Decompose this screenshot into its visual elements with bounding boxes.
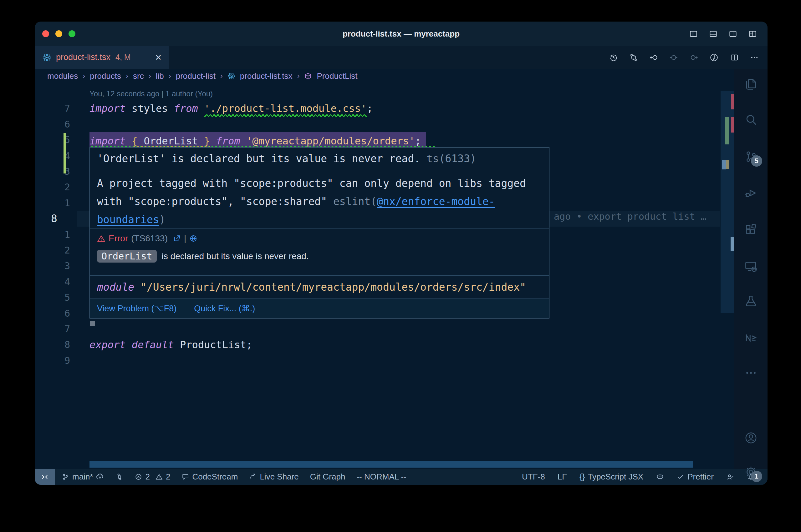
line-number: 1 <box>35 195 70 211</box>
chevron-right-icon: › <box>297 72 299 80</box>
testing-beaker-icon[interactable] <box>744 294 758 308</box>
next-change-icon[interactable] <box>689 53 698 62</box>
run-debug-icon[interactable] <box>744 186 758 200</box>
react-file-icon <box>42 53 52 62</box>
run-query-icon[interactable] <box>709 53 719 62</box>
more-views-icon[interactable] <box>744 366 758 380</box>
gitlens-authors-lens[interactable]: You, 12 seconds ago | 1 author (You) <box>90 87 213 101</box>
extensions-icon[interactable] <box>744 223 758 236</box>
more-actions-icon[interactable] <box>750 53 759 62</box>
line-number: 6 <box>35 117 70 132</box>
source-control-icon[interactable]: 5 <box>744 150 758 164</box>
search-icon[interactable] <box>744 113 758 127</box>
panel-bottom-icon[interactable] <box>709 30 717 38</box>
customize-layout-icon[interactable] <box>748 30 757 38</box>
nx-rule-link[interactable]: boundaries <box>97 213 159 226</box>
chevron-right-icon: › <box>149 72 151 80</box>
remote-indicator[interactable] <box>35 469 55 485</box>
previous-change-icon[interactable] <box>669 53 678 62</box>
breadcrumb-file[interactable]: product-list.tsx <box>240 71 293 81</box>
prettier-status[interactable]: Prettier <box>677 472 714 482</box>
quick-fix-link[interactable]: Quick Fix... (⌘.) <box>194 304 255 314</box>
problems-status[interactable]: 2 2 <box>134 472 170 482</box>
globe-icon[interactable] <box>189 234 197 243</box>
navigate-back-icon[interactable] <box>649 53 658 62</box>
symbol-chip: OrderList <box>97 250 157 263</box>
account-icon[interactable] <box>744 431 758 445</box>
editor-actions <box>609 46 759 69</box>
view-problem-link[interactable]: View Problem (⌥F8) <box>97 304 177 314</box>
code-line-import-styles: import styles from './product-list.modul… <box>90 101 372 116</box>
horizontal-scrollbar[interactable] <box>90 461 693 468</box>
inline-blame-annotation: ago • export product list … <box>554 211 707 227</box>
error-circle-icon <box>134 473 142 481</box>
title-bar: product-list.tsx — myreactapp <box>35 22 767 46</box>
split-editor-icon[interactable] <box>730 53 739 62</box>
hover-module-path: module "/Users/juri/nrwl/content/myreact… <box>90 276 549 299</box>
line-number: 8 <box>35 337 70 353</box>
git-branch-icon <box>62 473 70 481</box>
modified-marker <box>725 117 729 145</box>
git-compare-icon[interactable] <box>629 53 638 62</box>
live-share-status[interactable]: Live Share <box>249 472 298 482</box>
chevron-right-icon: › <box>126 72 128 80</box>
chevron-right-icon: › <box>83 72 85 80</box>
close-tab-icon[interactable]: ✕ <box>155 54 162 61</box>
language-mode-status[interactable]: {} TypeScript JSX <box>580 472 643 482</box>
branch-compare-status[interactable] <box>115 473 123 481</box>
breadcrumb-product-list[interactable]: product-list <box>176 71 216 81</box>
tab-problem-badge: 4, M <box>115 53 131 62</box>
remote-explorer-icon[interactable] <box>744 260 758 273</box>
breadcrumb-src[interactable]: src <box>133 71 144 81</box>
panel-right-icon[interactable] <box>729 30 737 38</box>
feedback-person-icon[interactable] <box>726 473 734 481</box>
error-label: Error <box>109 233 128 244</box>
tab-product-list[interactable]: product-list.tsx 4, M ✕ <box>35 46 169 69</box>
timeline-history-icon[interactable] <box>609 53 618 62</box>
open-external-icon[interactable] <box>173 234 181 243</box>
vim-mode-status[interactable]: -- NORMAL -- <box>357 472 406 482</box>
line-number: 2 <box>35 243 70 258</box>
line-number: 7 <box>35 321 70 337</box>
nx-rule-link[interactable]: @nx/enforce-module- <box>377 195 495 208</box>
code-editor[interactable]: You, 12 seconds ago | 1 author (You) 765… <box>35 83 734 469</box>
hover-status-row: View Problem (⌥F8) Quick Fix... (⌘.) <box>90 299 549 318</box>
codestream-status[interactable]: CodeStream <box>181 472 238 482</box>
vscode-window: product-list.tsx — myreactapp product-li… <box>35 22 767 485</box>
line-number: 5 <box>35 290 70 305</box>
activity-bar: 5 1 <box>734 69 767 469</box>
breadcrumb-products[interactable]: products <box>90 71 121 81</box>
line-number: 9 <box>35 353 70 368</box>
breadcrumb: modules › products › src › lib › product… <box>35 69 734 83</box>
status-bar: main* 2 2 CodeStream Live Share Git Grap… <box>35 469 767 485</box>
search-marker <box>726 160 729 169</box>
copilot-status[interactable] <box>656 473 664 481</box>
line-number: 8 <box>51 211 57 227</box>
tab-label: product-list.tsx <box>56 53 110 62</box>
code-line-import-orderlist: import { OrderList } from '@myreactapp/m… <box>90 132 426 148</box>
cloud-upload-icon <box>96 473 104 481</box>
diagnostic-hover: 'OrderList' is declared but its value is… <box>90 147 549 319</box>
split-editor-layout-icon[interactable] <box>689 30 698 38</box>
chevron-right-icon: › <box>220 72 223 80</box>
explorer-icon[interactable] <box>744 77 758 91</box>
hover-eslint-message: A project tagged with "scope:products" c… <box>90 171 549 228</box>
breadcrumb-lib[interactable]: lib <box>156 71 164 81</box>
settings-badge: 1 <box>751 471 762 482</box>
breadcrumb-modules[interactable]: modules <box>47 71 78 81</box>
eol-status[interactable]: LF <box>558 472 567 482</box>
breadcrumb-symbol[interactable]: ProductList <box>317 71 357 81</box>
line-number: 3 <box>35 258 70 274</box>
scrollbar-thumb[interactable] <box>722 160 726 169</box>
hover-resize-grip[interactable] <box>90 321 95 326</box>
chevron-right-icon: › <box>169 72 171 80</box>
git-graph-status[interactable]: Git Graph <box>310 472 345 482</box>
nx-console-icon[interactable] <box>744 331 758 345</box>
encoding-status[interactable]: UTF-8 <box>522 472 545 482</box>
settings-gear-icon[interactable]: 1 <box>744 465 758 479</box>
error-lens-text: is declared but its value is never read. <box>162 251 309 261</box>
branch-status[interactable]: main* <box>62 472 104 482</box>
modified-lines-indicator <box>63 133 66 173</box>
code-line-export-default: export default ProductList; <box>90 337 252 353</box>
hover-error-lens: Error (TS6133) | OrderList is declared b… <box>90 228 549 276</box>
